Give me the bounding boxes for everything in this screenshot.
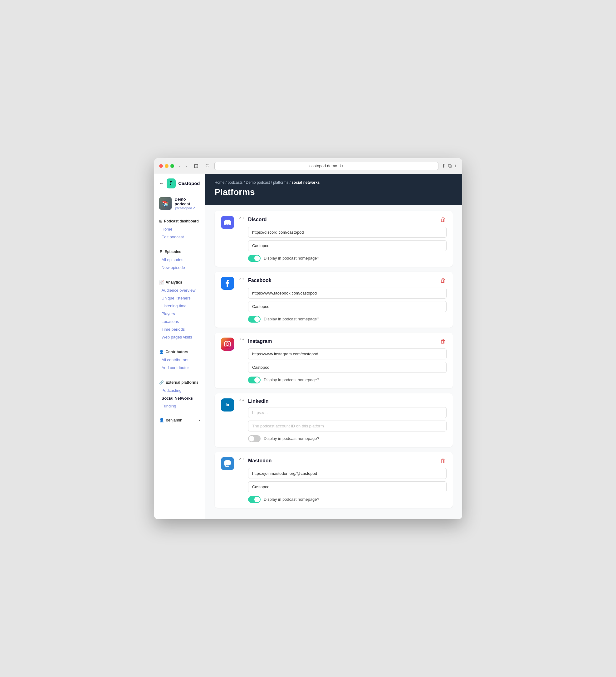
nav-section-podcast: ⊞ Podcast dashboard Home Edit podcast xyxy=(154,214,205,244)
facebook-account-input[interactable] xyxy=(248,301,447,312)
security-button[interactable]: 🛡 xyxy=(204,163,211,169)
discord-fields: Discord 🗑 Display in podcast homepa xyxy=(248,216,447,262)
linkedin-add-icon[interactable]: + xyxy=(243,398,244,402)
podcast-details: Demo podcast @castopod ↗ xyxy=(175,197,200,210)
breadcrumb-demo-podcast[interactable]: Demo podcast xyxy=(246,180,270,185)
linkedin-account-input[interactable] xyxy=(248,420,447,432)
linkedin-toggle[interactable] xyxy=(248,435,261,442)
add-tab-button[interactable]: + xyxy=(454,163,457,169)
svg-point-1 xyxy=(226,343,229,345)
instagram-add-icon[interactable]: + xyxy=(243,337,244,342)
sidebar-item-podcasting[interactable]: Podcasting xyxy=(154,387,205,394)
reload-button[interactable]: ↻ xyxy=(340,164,343,169)
facebook-url-input[interactable] xyxy=(248,288,447,299)
dashboard-icon: ⊞ xyxy=(159,219,162,223)
facebook-toggle[interactable] xyxy=(248,316,261,323)
instagram-account-input[interactable] xyxy=(248,362,447,373)
platform-card-discord: ↗ + Discord 🗑 xyxy=(215,211,453,267)
linkedin-toggle-row: Display in podcast homepage? xyxy=(248,435,447,442)
podcast-info: 📚 Demo podcast @castopod ↗ xyxy=(154,193,205,214)
linkedin-toggle-label: Display in podcast homepage? xyxy=(264,436,319,441)
linkedin-url-input[interactable] xyxy=(248,407,447,418)
mastodon-toggle-label: Display in podcast homepage? xyxy=(264,497,319,502)
browser-chrome: ‹ › ⊡ 🛡 castopod.demo ↻ ⬆ ⧉ + xyxy=(154,158,462,174)
discord-icon xyxy=(221,216,234,229)
address-bar: castopod.demo ↻ xyxy=(214,162,438,170)
sidebar-back-button[interactable]: ← xyxy=(159,181,164,186)
sidebar-item-players[interactable]: Players xyxy=(154,310,205,318)
platform-card-linkedin: in ↗ + LinkedIn xyxy=(215,394,453,447)
sidebar-item-audience-overview[interactable]: Audience overview xyxy=(154,286,205,294)
breadcrumb-home[interactable]: Home xyxy=(215,180,225,185)
linkedin-external-link-icon[interactable]: ↗ xyxy=(238,398,241,402)
instagram-url-input[interactable] xyxy=(248,349,447,359)
platform-card-mastodon: ↗ + Mastodon 🗑 xyxy=(215,452,453,508)
sidebar-item-unique-listeners[interactable]: Unique listeners xyxy=(154,294,205,302)
traffic-light-green[interactable] xyxy=(170,164,174,168)
instagram-external-link-icon[interactable]: ↗ xyxy=(238,337,241,342)
mastodon-account-input[interactable] xyxy=(248,481,447,492)
facebook-delete-button[interactable]: 🗑 xyxy=(440,277,447,284)
sidebar-item-home[interactable]: Home xyxy=(154,225,205,233)
user-icon: 👤 xyxy=(159,418,164,422)
mastodon-external-link-icon[interactable]: ↗ xyxy=(238,457,241,461)
mastodon-delete-button[interactable]: 🗑 xyxy=(440,457,447,465)
facebook-icon-actions: ↗ + xyxy=(238,277,244,281)
breadcrumb-platforms[interactable]: platforms xyxy=(273,180,288,185)
microphone-icon: 🎙 xyxy=(159,250,163,254)
mastodon-add-icon[interactable]: + xyxy=(243,457,244,461)
browser-window: ‹ › ⊡ 🛡 castopod.demo ↻ ⬆ ⧉ + ← 🎙 Castop… xyxy=(154,158,462,519)
sidebar-item-all-episodes[interactable]: All episodes xyxy=(154,256,205,264)
traffic-light-red[interactable] xyxy=(159,164,163,168)
discord-external-link-icon[interactable]: ↗ xyxy=(238,216,241,220)
platforms-list: ↗ + Discord 🗑 xyxy=(205,205,462,519)
discord-toggle[interactable] xyxy=(248,255,261,262)
sidebar-toggle-button[interactable]: ⊡ xyxy=(192,162,200,170)
sidebar-item-add-contributor[interactable]: Add contributor xyxy=(154,364,205,371)
mastodon-url-input[interactable] xyxy=(248,468,447,479)
breadcrumb-current: social networks xyxy=(292,180,319,185)
app-logo: 🎙 xyxy=(167,178,176,188)
facebook-fields: Facebook 🗑 Display in podcast homep xyxy=(248,277,447,323)
linkedin-icon: in xyxy=(221,398,234,411)
new-tab-button[interactable]: ⧉ xyxy=(448,163,451,169)
discord-account-input[interactable] xyxy=(248,240,447,251)
facebook-external-link-icon[interactable]: ↗ xyxy=(238,277,241,281)
back-nav-button[interactable]: ‹ xyxy=(177,163,183,169)
sidebar-item-all-contributors[interactable]: All contributors xyxy=(154,356,205,364)
facebook-row-top: ↗ + Facebook 🗑 xyxy=(221,277,447,323)
sidebar-item-new-episode[interactable]: New episode xyxy=(154,264,205,271)
breadcrumb-podcasts[interactable]: podcasts xyxy=(228,180,243,185)
sidebar-item-listening-time[interactable]: Listening time xyxy=(154,302,205,310)
discord-toggle-row: Display in podcast homepage? xyxy=(248,255,447,262)
sidebar-item-funding[interactable]: Funding xyxy=(154,402,205,410)
nav-section-contributors: 👤 Contributors All contributors Add cont… xyxy=(154,345,205,375)
instagram-row-top: ↗ + Instagram 🗑 xyxy=(221,337,447,383)
section-header-contributors: 👤 Contributors xyxy=(154,349,205,356)
instagram-toggle-row: Display in podcast homepage? xyxy=(248,376,447,383)
external-link-icon[interactable]: ↗ xyxy=(193,206,195,210)
discord-add-icon[interactable]: + xyxy=(243,216,244,220)
traffic-light-yellow[interactable] xyxy=(165,164,169,168)
discord-url-input[interactable] xyxy=(248,227,447,238)
sidebar-item-time-periods[interactable]: Time periods xyxy=(154,325,205,333)
instagram-toggle[interactable] xyxy=(248,376,261,383)
share-button[interactable]: ⬆ xyxy=(442,163,446,169)
app-name-label: Castopod xyxy=(178,181,200,186)
podcast-thumbnail: 📚 xyxy=(159,197,172,210)
forward-nav-button[interactable]: › xyxy=(183,163,189,169)
sidebar-item-edit-podcast[interactable]: Edit podcast xyxy=(154,233,205,241)
sidebar-item-social-networks[interactable]: Social Networks xyxy=(154,394,205,402)
nav-section-analytics: 📈 Analytics Audience overview Unique lis… xyxy=(154,275,205,345)
instagram-icon-actions: ↗ + xyxy=(238,337,244,342)
traffic-lights xyxy=(159,164,174,168)
sidebar-item-locations[interactable]: Locations xyxy=(154,318,205,325)
mastodon-toggle[interactable] xyxy=(248,496,261,503)
facebook-toggle-row: Display in podcast homepage? xyxy=(248,316,447,323)
discord-delete-button[interactable]: 🗑 xyxy=(440,216,447,224)
sidebar-item-web-pages-visits[interactable]: Web pages visits xyxy=(154,333,205,341)
url-text: castopod.demo xyxy=(310,164,337,168)
platform-card-facebook: ↗ + Facebook 🗑 xyxy=(215,272,453,327)
instagram-delete-button[interactable]: 🗑 xyxy=(440,337,447,345)
facebook-add-icon[interactable]: + xyxy=(243,277,244,281)
